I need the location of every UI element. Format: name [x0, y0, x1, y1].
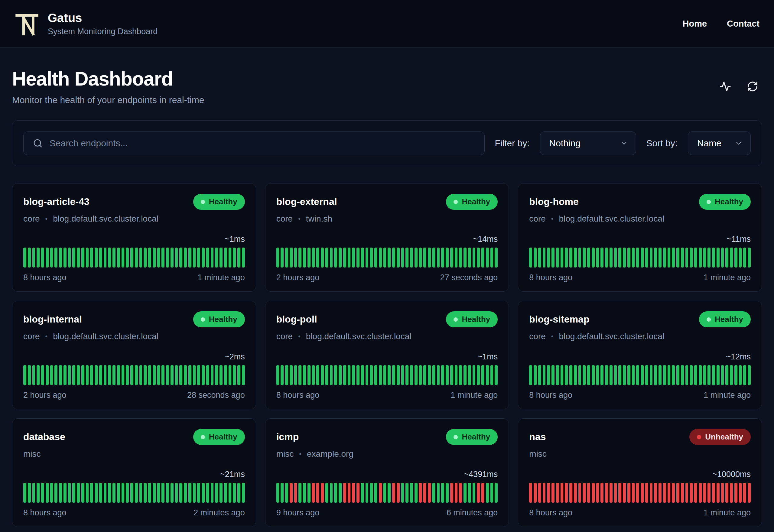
sort-select[interactable]: Name — [688, 131, 751, 155]
status-bar — [463, 365, 467, 385]
status-bar — [37, 483, 40, 503]
status-bar — [743, 365, 746, 385]
status-bar — [551, 483, 554, 503]
status-bar — [717, 483, 720, 503]
status-bar — [161, 365, 164, 385]
status-bar — [303, 248, 306, 268]
status-bar — [748, 248, 751, 268]
status-bar — [202, 483, 205, 503]
time-start: 8 hours ago — [529, 273, 572, 282]
page-subtitle: Monitor the health of your endpoints in … — [12, 95, 204, 105]
status-bar — [233, 248, 236, 268]
filter-select[interactable]: Nothing — [540, 131, 636, 155]
status-bar — [446, 365, 449, 385]
gatus-logo-icon — [15, 11, 39, 36]
status-bar — [41, 248, 44, 268]
status-bar — [632, 365, 635, 385]
endpoint-card[interactable]: database Healthy misc ~21ms 8 hours ago … — [12, 418, 256, 527]
status-bar — [578, 483, 581, 503]
status-bar — [450, 365, 453, 385]
main-content: Health Dashboard Monitor the health of y… — [0, 68, 774, 532]
status-bar — [117, 483, 120, 503]
status-bar — [312, 365, 315, 385]
page-actions — [720, 81, 758, 92]
search-input[interactable] — [23, 131, 485, 155]
status-bar — [290, 248, 293, 268]
meta-separator: • — [298, 333, 301, 340]
status-bar — [215, 483, 218, 503]
toolbar: Filter by: Nothing Sort by: Name — [12, 120, 762, 166]
status-bar — [415, 483, 418, 503]
status-bar — [529, 365, 532, 385]
endpoint-card[interactable]: blog-external Healthy core • twin.sh ~14… — [265, 183, 509, 292]
status-bar — [468, 248, 471, 268]
endpoint-name: database — [23, 431, 65, 443]
activity-icon[interactable] — [720, 81, 731, 92]
status-bar — [676, 248, 679, 268]
status-badge: Healthy — [446, 429, 498, 445]
status-label: Healthy — [462, 197, 490, 206]
search-icon — [33, 138, 43, 148]
status-bar — [446, 248, 449, 268]
status-bar — [569, 483, 572, 503]
status-bar — [104, 248, 107, 268]
status-bar — [361, 365, 364, 385]
status-bar — [423, 248, 426, 268]
nav-link-contact[interactable]: Contact — [727, 19, 759, 29]
status-bar — [415, 365, 418, 385]
status-bar — [379, 483, 382, 503]
status-bar — [229, 248, 232, 268]
status-bar — [600, 248, 603, 268]
status-bar — [224, 483, 227, 503]
status-bar — [46, 365, 49, 385]
card-head: blog-internal Healthy — [23, 311, 245, 327]
endpoint-card[interactable]: blog-home Healthy core • blog.default.sv… — [518, 183, 762, 292]
status-bar — [202, 248, 205, 268]
status-dot-icon — [201, 200, 205, 204]
status-bar — [68, 483, 71, 503]
status-bar — [220, 365, 223, 385]
status-bar — [392, 248, 395, 268]
status-bar — [294, 483, 297, 503]
refresh-icon[interactable] — [747, 81, 758, 92]
status-bar — [343, 365, 346, 385]
status-bar — [441, 365, 444, 385]
endpoint-group: misc — [529, 449, 547, 459]
status-bar — [725, 365, 728, 385]
status-bar — [334, 365, 337, 385]
status-bar — [130, 248, 133, 268]
uptime-bars — [529, 483, 751, 503]
nav-link-home[interactable]: Home — [682, 19, 707, 29]
status-bar — [352, 365, 355, 385]
status-bar — [663, 483, 666, 503]
endpoint-card[interactable]: icmp Healthy misc • example.org ~4391ms … — [265, 418, 509, 527]
status-bar — [388, 365, 391, 385]
status-bar — [81, 248, 84, 268]
status-bar — [676, 365, 679, 385]
endpoint-card[interactable]: blog-internal Healthy core • blog.defaul… — [12, 301, 256, 409]
endpoint-card[interactable]: blog-article-43 Healthy core • blog.defa… — [12, 183, 256, 292]
endpoint-card[interactable]: blog-sitemap Healthy core • blog.default… — [518, 301, 762, 409]
status-bar — [490, 248, 493, 268]
status-bar — [565, 483, 568, 503]
status-bar — [668, 248, 671, 268]
status-bar — [618, 365, 621, 385]
uptime-bars — [23, 365, 245, 385]
status-bar — [397, 483, 400, 503]
time-range: 8 hours ago 1 minute ago — [23, 273, 245, 282]
status-bar — [298, 248, 301, 268]
status-bar — [276, 365, 279, 385]
endpoint-card[interactable]: nas Unhealthy misc ~10000ms 8 hours ago … — [518, 418, 762, 527]
status-bar — [668, 483, 671, 503]
status-bar — [592, 483, 595, 503]
status-bar — [197, 248, 200, 268]
status-bar — [54, 248, 57, 268]
status-bar — [401, 365, 404, 385]
status-label: Healthy — [715, 197, 743, 206]
meta-separator: • — [45, 333, 47, 340]
endpoint-card[interactable]: blog-poll Healthy core • blog.default.sv… — [265, 301, 509, 409]
endpoint-group: core — [276, 214, 293, 224]
status-bar — [321, 365, 324, 385]
meta-separator: • — [45, 215, 47, 223]
status-bar — [157, 483, 160, 503]
